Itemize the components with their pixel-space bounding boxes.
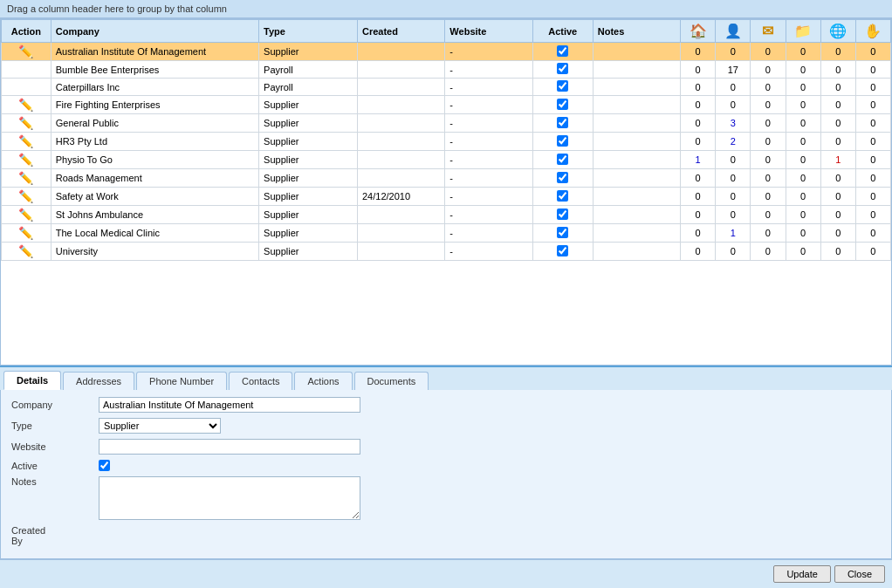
num-cell-n3: 0 — [751, 43, 786, 61]
edit-icon[interactable]: ✏️ — [18, 44, 33, 58]
num-cell-n6: 0 — [855, 133, 890, 151]
active-cell — [532, 243, 593, 261]
num-cell-n5: 1 — [820, 151, 855, 169]
table-row[interactable]: Bumble Bee EnterprisesPayroll-0170000 — [2, 61, 891, 79]
col-header-type[interactable]: Type — [259, 20, 358, 43]
website-cell: - — [445, 133, 532, 151]
active-checkbox-cell[interactable] — [557, 245, 568, 256]
company-input[interactable] — [99, 397, 360, 413]
col-header-website[interactable]: Website — [445, 20, 532, 43]
companies-table: Action Company Type Created Website Acti… — [1, 19, 891, 261]
table-row[interactable]: ✏️Safety at WorkSupplier24/12/2010-00000… — [2, 188, 891, 206]
edit-icon[interactable]: ✏️ — [18, 134, 33, 148]
col-header-person: 👤 — [716, 20, 751, 43]
num-cell-n6: 0 — [855, 43, 890, 61]
num-cell-n3: 0 — [751, 243, 786, 261]
num-cell-n5: 0 — [820, 224, 855, 243]
table-row[interactable]: ✏️St Johns AmbulanceSupplier-000000 — [2, 206, 891, 224]
num-cell-n6: 0 — [855, 79, 890, 96]
type-cell: Supplier — [259, 206, 358, 224]
table-row[interactable]: ✏️UniversitySupplier-000000 — [2, 243, 891, 261]
num-cell-n4: 0 — [786, 206, 820, 224]
website-cell: - — [445, 206, 532, 224]
close-button[interactable]: Close — [834, 565, 885, 583]
type-select[interactable]: Supplier Payroll Customer — [99, 418, 221, 434]
edit-icon[interactable]: ✏️ — [18, 189, 33, 203]
active-checkbox-cell[interactable] — [557, 227, 568, 238]
active-checkbox[interactable] — [99, 460, 110, 471]
col-header-home: 🏠 — [681, 20, 716, 43]
num-cell-n4: 0 — [786, 243, 820, 261]
table-row[interactable]: ✏️Fire Fighting EnterprisesSupplier-0000… — [2, 96, 891, 114]
col-header-active[interactable]: Active — [532, 20, 593, 43]
col-header-globe: 🌐 — [820, 20, 855, 43]
tab-addresses[interactable]: Addresses — [63, 372, 134, 390]
created-cell — [358, 151, 445, 169]
notes-cell — [593, 224, 680, 243]
edit-icon[interactable]: ✏️ — [18, 153, 33, 167]
table-row[interactable]: ✏️General PublicSupplier-030000 — [2, 114, 891, 133]
main-container: Drag a column header here to group by th… — [0, 0, 892, 588]
tab-contacts[interactable]: Contacts — [229, 372, 292, 390]
edit-icon[interactable]: ✏️ — [18, 116, 33, 130]
edit-icon[interactable]: ✏️ — [18, 98, 33, 112]
created-cell — [358, 79, 445, 96]
website-input[interactable] — [99, 439, 360, 455]
num-cell-n3: 0 — [751, 79, 786, 96]
table-row[interactable]: ✏️Australian Institute Of ManagementSupp… — [2, 43, 891, 61]
active-checkbox-cell[interactable] — [557, 63, 568, 74]
notes-textarea[interactable] — [99, 476, 360, 520]
notes-cell — [593, 133, 680, 151]
col-header-company[interactable]: Company — [51, 20, 258, 43]
edit-icon[interactable]: ✏️ — [18, 208, 33, 222]
table-row[interactable]: ✏️Roads ManagementSupplier-000000 — [2, 169, 891, 188]
website-cell: - — [445, 96, 532, 114]
col-header-created[interactable]: Created — [358, 20, 445, 43]
table-row[interactable]: ✏️The Local Medical ClinicSupplier-01000… — [2, 224, 891, 243]
num-cell-n1: 0 — [681, 79, 716, 96]
table-row[interactable]: ✏️Physio To GoSupplier-100010 — [2, 151, 891, 169]
website-cell: - — [445, 151, 532, 169]
tab-details[interactable]: Details — [3, 371, 61, 390]
num-cell-n2: 0 — [716, 96, 751, 114]
num-cell-n1: 0 — [681, 188, 716, 206]
tab-phone-number[interactable]: Phone Number — [136, 372, 227, 390]
tab-actions[interactable]: Actions — [294, 372, 352, 390]
mail-icon: ✉ — [762, 24, 773, 38]
table-container: Action Company Type Created Website Acti… — [0, 18, 892, 366]
active-checkbox-cell[interactable] — [557, 80, 568, 92]
created-cell — [358, 43, 445, 61]
col-header-notes[interactable]: Notes — [593, 20, 680, 43]
num-cell-n1: 0 — [681, 96, 716, 114]
num-cell-n5: 0 — [820, 243, 855, 261]
active-checkbox-cell[interactable] — [557, 99, 568, 110]
notes-cell — [593, 169, 680, 188]
edit-icon[interactable]: ✏️ — [18, 171, 33, 185]
notes-cell — [593, 114, 680, 133]
active-checkbox-cell[interactable] — [557, 45, 568, 57]
active-checkbox-cell[interactable] — [557, 154, 568, 165]
edit-icon[interactable]: ✏️ — [18, 226, 33, 240]
active-cell — [532, 79, 593, 96]
tab-documents[interactable]: Documents — [354, 372, 429, 390]
table-row[interactable]: Caterpillars IncPayroll-000000 — [2, 79, 891, 96]
active-checkbox-cell[interactable] — [557, 172, 568, 183]
active-checkbox-cell[interactable] — [557, 190, 568, 202]
table-row[interactable]: ✏️HR3 Pty LtdSupplier-020000 — [2, 133, 891, 151]
active-checkbox-cell[interactable] — [557, 209, 568, 220]
active-cell — [532, 188, 593, 206]
edit-icon[interactable]: ✏️ — [18, 244, 33, 258]
num-cell-n3: 0 — [751, 114, 786, 133]
hand-icon: ✋ — [864, 24, 882, 38]
update-button[interactable]: Update — [773, 565, 830, 583]
website-cell: - — [445, 169, 532, 188]
active-cell — [532, 96, 593, 114]
company-cell: Physio To Go — [51, 151, 258, 169]
active-checkbox-cell[interactable] — [557, 117, 568, 128]
type-cell: Supplier — [259, 224, 358, 243]
type-cell: Supplier — [259, 133, 358, 151]
num-cell-n5: 0 — [820, 169, 855, 188]
created-cell: 24/12/2010 — [358, 188, 445, 206]
active-checkbox-cell[interactable] — [557, 135, 568, 147]
num-cell-n4: 0 — [786, 169, 820, 188]
